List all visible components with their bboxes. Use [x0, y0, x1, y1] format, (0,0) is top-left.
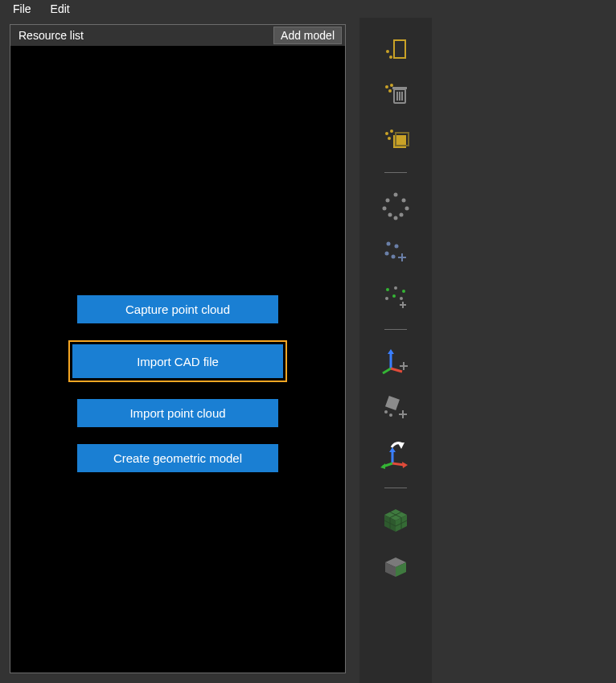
panel-header: Resource list Add model [10, 25, 345, 46]
viewport-area[interactable] [432, 18, 616, 683]
main-body: Resource list Add model Capture point cl… [0, 18, 616, 683]
cluster-points-icon[interactable] [379, 191, 413, 221]
svg-rect-44 [385, 396, 400, 410]
toolbar-separator [384, 329, 407, 330]
import-cloud-button-wrap: Import point cloud [68, 399, 287, 427]
svg-line-40 [383, 368, 391, 373]
svg-point-2 [389, 56, 392, 59]
panel-title: Resource list [18, 29, 84, 42]
svg-point-11 [385, 132, 388, 135]
svg-point-26 [385, 252, 389, 256]
svg-marker-51 [389, 447, 396, 452]
create-geometric-model-button[interactable]: Create geometric model [77, 444, 278, 472]
add-frame-icon[interactable] [379, 348, 413, 376]
select-points-delete-icon[interactable] [379, 82, 413, 109]
svg-line-41 [391, 368, 402, 372]
svg-point-17 [386, 199, 390, 203]
left-pane: Resource list Add model Capture point cl… [0, 18, 359, 683]
menubar: File Edit [0, 0, 616, 18]
voxel-green-icon[interactable] [379, 506, 413, 535]
svg-marker-39 [388, 349, 394, 354]
svg-point-32 [402, 290, 405, 293]
edit-frame-icon[interactable] [379, 394, 413, 422]
svg-point-18 [402, 199, 406, 203]
svg-point-30 [386, 288, 389, 291]
svg-point-22 [400, 213, 404, 217]
svg-marker-49 [398, 442, 405, 449]
svg-point-4 [390, 84, 393, 87]
menu-edit[interactable]: Edit [41, 2, 80, 15]
svg-marker-55 [402, 462, 408, 468]
svg-point-19 [383, 207, 387, 211]
scatter-points-icon[interactable] [379, 284, 413, 311]
svg-point-33 [385, 297, 388, 300]
svg-point-16 [394, 193, 398, 197]
svg-point-25 [395, 245, 399, 249]
svg-marker-53 [380, 463, 385, 469]
svg-point-24 [387, 242, 391, 246]
menu-file[interactable]: File [3, 2, 41, 15]
add-model-button[interactable]: Add model [273, 27, 342, 44]
svg-point-12 [390, 130, 393, 133]
svg-point-27 [392, 255, 396, 259]
add-points-icon[interactable] [379, 239, 413, 266]
svg-point-31 [394, 286, 397, 290]
svg-point-3 [385, 85, 388, 88]
select-points-box-icon[interactable] [379, 37, 413, 64]
create-model-button-wrap: Create geometric model [68, 444, 287, 472]
resource-panel: Resource list Add model Capture point cl… [10, 24, 346, 673]
svg-point-46 [389, 414, 392, 417]
svg-point-1 [386, 50, 389, 53]
import-point-cloud-button[interactable]: Import point cloud [77, 399, 278, 427]
capture-point-cloud-button[interactable]: Capture point cloud [77, 295, 278, 323]
svg-rect-10 [392, 87, 407, 89]
vertical-toolbar [359, 18, 432, 683]
svg-point-5 [388, 89, 392, 93]
voxel-gray-icon[interactable] [379, 553, 413, 582]
svg-rect-0 [394, 40, 405, 58]
svg-point-23 [394, 216, 398, 220]
panel-body: Capture point cloud Import CAD file Impo… [10, 46, 345, 673]
capture-button-wrap: Capture point cloud [68, 295, 287, 323]
import-cad-file-button[interactable]: Import CAD file [72, 344, 283, 378]
svg-point-21 [388, 213, 392, 217]
svg-point-20 [405, 207, 409, 211]
import-cad-button-wrap: Import CAD file [68, 340, 287, 382]
toolbar-separator [384, 488, 407, 488]
reset-frame-icon[interactable] [379, 439, 413, 470]
svg-point-35 [400, 297, 403, 300]
svg-point-13 [388, 137, 391, 140]
svg-point-34 [392, 294, 396, 298]
toolbar-separator [384, 172, 407, 173]
svg-point-45 [384, 410, 388, 414]
select-invert-icon[interactable] [379, 127, 413, 154]
